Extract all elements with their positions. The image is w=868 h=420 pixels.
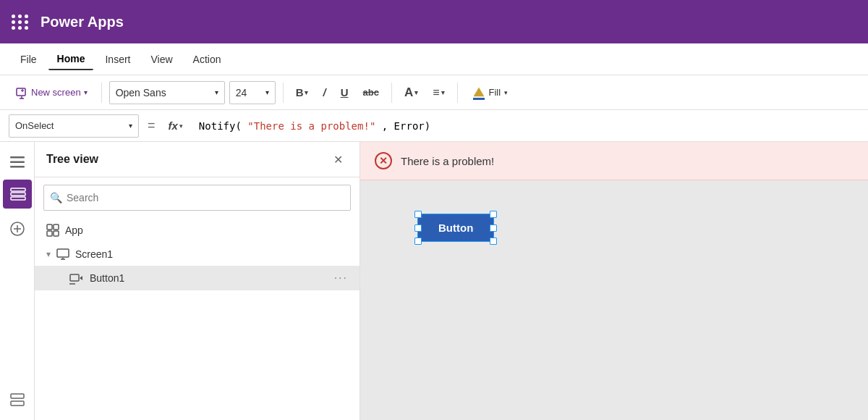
main-area: Tree view ✕ 🔍 App ▾ [0, 142, 868, 420]
app-launcher-icon[interactable] [12, 14, 29, 30]
handle-bottom-left[interactable] [414, 238, 422, 245]
fx-button[interactable]: fx ▾ [164, 118, 187, 133]
new-screen-button[interactable]: New screen ▾ [9, 82, 94, 104]
font-color-button[interactable]: A ▾ [399, 82, 423, 104]
tree-close-button[interactable]: ✕ [328, 149, 348, 169]
font-size-select[interactable]: 24 ▾ [229, 81, 276, 104]
fx-label: fx [169, 119, 178, 132]
notification-banner: ✕ There is a problem! [360, 142, 868, 180]
font-family-value: Open Sans [116, 87, 166, 98]
svg-rect-0 [17, 88, 25, 96]
property-dropdown[interactable]: OnSelect ▾ [9, 114, 139, 138]
fx-chevron: ▾ [179, 122, 183, 130]
align-button[interactable]: ≡ ▾ [427, 83, 449, 103]
svg-rect-18 [54, 224, 59, 230]
sidebar-data-icon[interactable] [3, 385, 32, 414]
formula-display[interactable]: Notify( "There is a problem!" , Error) [193, 120, 859, 132]
search-input[interactable] [67, 192, 344, 203]
svg-rect-8 [10, 166, 25, 168]
new-screen-chevron: ▾ [84, 88, 88, 96]
svg-rect-9 [11, 188, 25, 191]
svg-rect-7 [10, 161, 25, 164]
handle-bottom-right[interactable] [490, 238, 497, 245]
sidebar-icons [0, 142, 35, 420]
handle-mid-left[interactable] [414, 224, 422, 232]
separator-2 [283, 83, 284, 103]
separator-3 [391, 83, 392, 103]
svg-rect-5 [473, 98, 485, 100]
notification-text: There is a problem! [401, 155, 494, 167]
canvas-button[interactable]: Button [418, 214, 493, 241]
size-chevron: ▾ [265, 88, 269, 96]
menu-file[interactable]: File [12, 49, 46, 70]
formula-bar: OnSelect ▾ = fx ▾ Notify( "There is a pr… [0, 110, 868, 142]
svg-rect-21 [57, 249, 69, 257]
tree-item-button1-label: Button1 [90, 272, 328, 284]
italic-button[interactable]: / [318, 83, 331, 102]
align-chevron: ▾ [441, 89, 445, 96]
menu-home[interactable]: Home [48, 49, 94, 70]
tree-item-screen1[interactable]: ▾ Screen1 [35, 243, 359, 266]
new-screen-icon [15, 86, 28, 99]
svg-rect-16 [11, 401, 24, 406]
property-chevron: ▾ [129, 122, 132, 130]
sidebar-hamburger-icon[interactable] [3, 148, 32, 177]
top-bar: Power Apps [0, 0, 868, 43]
bold-button[interactable]: B ▾ [291, 83, 314, 102]
tree-title: Tree view [46, 153, 98, 166]
button1-more-icon[interactable]: ··· [334, 272, 348, 285]
search-box[interactable]: 🔍 [43, 185, 351, 211]
tree-header: Tree view ✕ [35, 142, 359, 177]
fill-chevron: ▾ [504, 89, 508, 96]
underline-button[interactable]: U [336, 83, 354, 102]
tree-panel: Tree view ✕ 🔍 App ▾ [35, 142, 360, 420]
tree-item-app[interactable]: App [35, 218, 359, 243]
menu-action[interactable]: Action [184, 49, 230, 70]
screen1-chevron: ▾ [46, 249, 51, 259]
tree-item-screen1-label: Screen1 [75, 248, 348, 260]
equals-sign: = [145, 118, 158, 133]
menu-bar: File Home Insert View Action [0, 43, 868, 75]
app-title: Power Apps [41, 14, 124, 30]
svg-rect-19 [47, 231, 52, 236]
font-chevron: ▾ [215, 88, 218, 96]
svg-rect-15 [11, 394, 24, 398]
fill-button[interactable]: Fill ▾ [465, 81, 514, 104]
svg-rect-6 [10, 156, 25, 159]
tree-item-app-label: App [65, 224, 348, 236]
font-family-select[interactable]: Open Sans ▾ [109, 81, 225, 104]
canvas-background [360, 142, 868, 420]
svg-rect-24 [70, 274, 79, 281]
svg-rect-11 [11, 197, 25, 200]
toolbar: New screen ▾ Open Sans ▾ 24 ▾ B ▾ / U ab… [0, 75, 868, 110]
tree-items: App ▾ Screen1 Button1 [35, 218, 359, 420]
canvas-area: ✕ There is a problem! Button [360, 142, 868, 420]
error-icon: ✕ [375, 152, 392, 169]
handle-top-left[interactable] [414, 211, 422, 218]
canvas-button-wrapper[interactable]: Button [418, 214, 493, 241]
svg-rect-17 [47, 224, 52, 230]
strikethrough-button[interactable]: abc [358, 83, 384, 101]
sidebar-add-icon[interactable] [3, 214, 32, 243]
app-icon [46, 224, 59, 237]
separator-4 [457, 83, 458, 103]
canvas-button-label: Button [438, 222, 473, 234]
bold-chevron: ▾ [305, 89, 308, 96]
svg-rect-10 [11, 193, 25, 196]
svg-rect-20 [54, 231, 59, 236]
new-screen-label: New screen [31, 87, 81, 98]
font-size-value: 24 [236, 87, 247, 98]
font-color-chevron: ▾ [414, 89, 418, 96]
screen-icon [56, 248, 69, 260]
menu-insert[interactable]: Insert [96, 49, 139, 70]
property-value: OnSelect [15, 120, 54, 131]
fill-icon [471, 85, 487, 101]
tree-item-button1[interactable]: Button1 ··· [35, 266, 359, 290]
handle-mid-right[interactable] [490, 224, 497, 232]
handle-top-right[interactable] [490, 211, 497, 218]
button-icon [69, 272, 84, 285]
separator-1 [101, 83, 102, 103]
menu-view[interactable]: View [142, 49, 181, 70]
search-icon: 🔍 [50, 192, 62, 203]
sidebar-layers-icon[interactable] [3, 180, 32, 209]
